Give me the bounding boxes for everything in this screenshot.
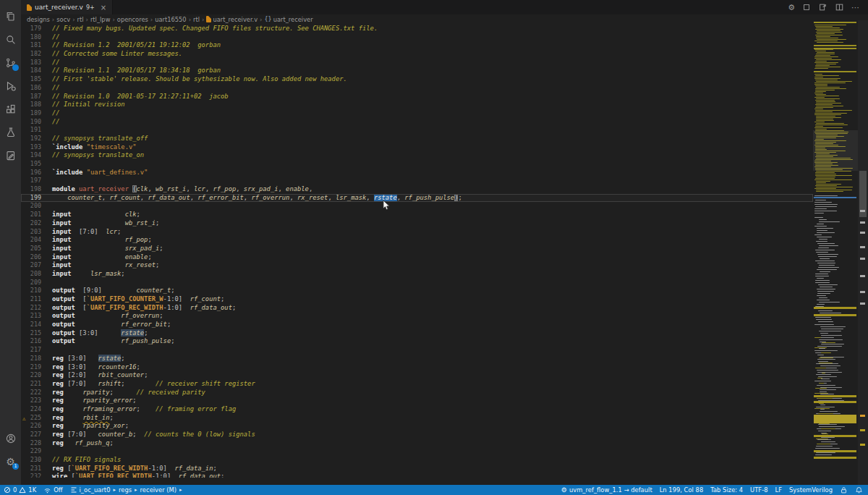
breadcrumb-item[interactable]: uart16550 <box>155 16 186 23</box>
sync-status[interactable]: ⚙ uvm_ref_flow_1.1 → default <box>558 485 656 495</box>
code-line[interactable]: 198module uart_receiver (clk, wb_rst_i, … <box>21 185 813 194</box>
code-line[interactable]: 192// synopsys translate_off <box>21 135 813 143</box>
code-line[interactable]: 229 <box>21 447 813 456</box>
code-editor[interactable]: 179// Fixed many bugs. Updated spec. Cha… <box>21 25 813 478</box>
code-line[interactable]: 211output [`UART_FIFO_COUNTER_W-1:0] rf_… <box>21 295 813 304</box>
code-line[interactable]: 231reg [`UART_FIFO_REC_WIDTH-1:0] rf_dat… <box>21 465 813 473</box>
remote-status[interactable]: Off <box>40 485 66 495</box>
code-line[interactable]: 181// Revision 1.2 2001/05/21 19:12:02 g… <box>21 41 813 50</box>
code-line[interactable]: 197 <box>21 177 813 185</box>
code-line[interactable]: 224reg rframing_error; // framing error … <box>21 405 813 414</box>
code-line[interactable]: 203input [7:0] lcr; <box>21 228 813 237</box>
code-line[interactable]: 218reg [3:0] rstate; <box>21 355 813 363</box>
activity-search-button[interactable] <box>0 28 21 51</box>
code-line[interactable]: 210output [9:0] counter_t; <box>21 287 813 295</box>
code-line[interactable]: 206input enable; <box>21 253 813 262</box>
code-line[interactable]: 202input wb_rst_i; <box>21 219 813 228</box>
problems-status[interactable]: 0 1K <box>0 485 40 495</box>
code-line[interactable]: 216output rf_push_pulse; <box>21 337 813 346</box>
code-line[interactable]: 219reg [3:0] rcounter16; <box>21 363 813 372</box>
code-line[interactable]: 193`include "timescale.v" <box>21 143 813 152</box>
eol-label: LF <box>775 486 782 494</box>
code-line[interactable]: ⚠225reg rbit_in; <box>21 414 813 423</box>
activity-explorer-button[interactable] <box>0 5 21 28</box>
open-changes-icon[interactable] <box>818 3 827 12</box>
code-line[interactable]: 180// <box>21 33 813 42</box>
code-line[interactable]: 230// RX FIFO signals <box>21 456 813 465</box>
code-line[interactable]: 222reg rparity; // received parity <box>21 389 813 397</box>
code-line[interactable]: 209 <box>21 279 813 287</box>
code-line[interactable]: 232wire [`UART_FIFO_REC_WIDTH-1:0] rf_da… <box>21 473 813 478</box>
code-line[interactable]: 184// Revision 1.1 2001/05/17 18:34:18 g… <box>21 67 813 75</box>
activity-run-debug-button[interactable] <box>0 75 21 98</box>
code-line[interactable]: 183// <box>21 59 813 67</box>
code-line[interactable]: 220reg [2:0] rbit_counter; <box>21 371 813 380</box>
activity-account-button[interactable] <box>0 427 21 450</box>
code-line[interactable]: 223reg rparity_error; <box>21 397 813 405</box>
code-line[interactable]: 213output rf_overrun; <box>21 312 813 321</box>
code-line[interactable]: 188// Initial revision <box>21 101 813 109</box>
editor-gear-icon[interactable]: ⚙ <box>788 4 795 12</box>
scrollbar[interactable] <box>858 20 868 485</box>
code-line[interactable]: 190// <box>21 118 813 127</box>
breadcrumb-item[interactable]: designs <box>27 16 50 23</box>
code-line[interactable]: 182// Corrected some Linter messages. <box>21 50 813 59</box>
eol-status[interactable]: LF <box>772 485 786 495</box>
indentation-status[interactable]: Tab Size: 4 <box>707 485 746 495</box>
minimap[interactable] <box>813 22 858 478</box>
code-line[interactable]: 217 <box>21 346 813 355</box>
code-line[interactable]: 212output [`UART_FIFO_REC_WIDTH-1:0] rf_… <box>21 304 813 313</box>
code-line[interactable]: 195 <box>21 160 813 169</box>
code-text: counter_t, rf_count, rf_data_out, rf_err… <box>52 194 462 201</box>
breadcrumb-item[interactable]: socv <box>56 16 70 23</box>
code-line[interactable]: 214output rf_error_bit; <box>21 321 813 329</box>
breadcrumb-item[interactable]: rtl <box>193 16 200 23</box>
encoding-status[interactable]: UTF-8 <box>746 485 771 495</box>
code-line[interactable]: 226reg rparity_xor; <box>21 422 813 431</box>
notifications-status[interactable] <box>851 485 868 495</box>
breadcrumb-item[interactable]: uart_receiver.v <box>206 16 258 23</box>
editor-square-icon[interactable] <box>802 3 811 12</box>
code-line[interactable]: 196`include "uart_defines.v" <box>21 169 813 177</box>
line-number: 200 <box>21 202 41 211</box>
code-line[interactable]: 200 <box>21 202 813 211</box>
code-line[interactable]: 199 counter_t, rf_count, rf_data_out, rf… <box>21 194 813 203</box>
tab-lock-status[interactable] <box>836 485 851 495</box>
code-line[interactable]: 185// First 'stable' release. Should be … <box>21 75 813 84</box>
code-text: reg rframing_error; // framing error fla… <box>52 405 236 412</box>
code-line[interactable]: 227reg [7:0] counter_b; // counts the 0 … <box>21 431 813 439</box>
code-line[interactable]: 189// <box>21 109 813 118</box>
code-line[interactable]: 205input srx_pad_i; <box>21 245 813 253</box>
code-line[interactable]: 228reg rf_push_q; <box>21 439 813 448</box>
hierarchy-status[interactable]: i_oc_uart0▸regs▸receiver (M)▸ <box>67 485 187 495</box>
code-line[interactable]: 201input clk; <box>21 211 813 219</box>
tab-close-icon[interactable]: × <box>101 4 106 12</box>
code-line[interactable]: 208input lsr_mask; <box>21 270 813 279</box>
activity-notebook-button[interactable] <box>0 144 21 167</box>
split-editor-icon[interactable] <box>835 3 844 12</box>
activity-testing-button[interactable] <box>0 121 21 144</box>
breadcrumb-item[interactable]: {}uart_receiver <box>265 16 313 23</box>
minimap-slider[interactable] <box>813 130 858 171</box>
code-line[interactable]: 215output [3:0] rstate; <box>21 329 813 338</box>
language-status[interactable]: SystemVerilog <box>786 485 836 495</box>
code-text: // <box>52 59 60 66</box>
code-line[interactable]: 186// <box>21 84 813 93</box>
activity-extensions-button[interactable] <box>0 98 21 121</box>
tab-uart-receiver[interactable]: uart_receiver.v 9+ × <box>21 0 113 14</box>
code-line[interactable]: 204input rf_pop; <box>21 236 813 245</box>
more-actions-icon[interactable]: ⋯ <box>851 4 859 12</box>
activity-settings-button[interactable]: ⚙ 1 <box>0 450 21 473</box>
line-number: 214 <box>21 321 41 329</box>
code-line[interactable]: 221reg [7:0] rshift; // receiver shift r… <box>21 380 813 389</box>
breadcrumb-item[interactable]: opencores <box>117 16 148 23</box>
breadcrumb-item[interactable]: rtl_lpw <box>90 16 110 23</box>
code-line[interactable]: 194// synopsys translate_on <box>21 151 813 160</box>
code-line[interactable]: 207input rx_reset; <box>21 261 813 270</box>
code-line[interactable]: 191 <box>21 126 813 135</box>
cursor-position-status[interactable]: Ln 199, Col 88 <box>656 485 707 495</box>
code-line[interactable]: 187// Revision 1.0 2001-05-17 21:27:11+0… <box>21 93 813 101</box>
activity-source-control-button[interactable] <box>0 51 21 75</box>
breadcrumb-item[interactable]: rtl <box>77 16 84 23</box>
code-line[interactable]: 179// Fixed many bugs. Updated spec. Cha… <box>21 25 813 33</box>
